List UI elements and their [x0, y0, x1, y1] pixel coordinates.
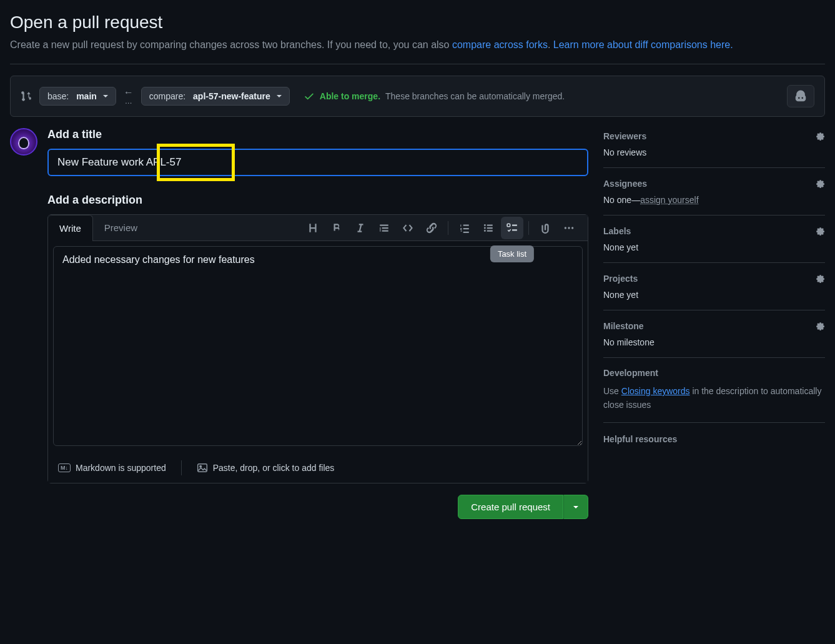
svg-point-4: [565, 227, 566, 229]
compare-direction-icon: ← …: [124, 87, 134, 105]
assign-yourself-link[interactable]: assign yourself: [640, 195, 698, 205]
gear-icon[interactable]: [814, 131, 825, 141]
svg-point-6: [571, 227, 573, 229]
gear-icon[interactable]: [814, 273, 825, 284]
avatar[interactable]: [10, 128, 37, 156]
learn-more-link[interactable]: Learn more about diff comparisons here.: [553, 39, 733, 50]
svg-point-1: [484, 227, 486, 229]
svg-rect-3: [507, 224, 510, 227]
milestone-title: Milestone: [603, 321, 644, 331]
helpful-resources-title: Helpful resources: [603, 423, 825, 444]
ordered-list-icon[interactable]: [453, 217, 476, 239]
code-icon[interactable]: [397, 217, 419, 239]
compare-bar: base: main ← … compare: apl-57-new-featu…: [10, 76, 825, 117]
page-subtitle: Create a new pull request by comparing c…: [10, 37, 825, 52]
bold-icon[interactable]: [325, 217, 348, 239]
check-icon: [304, 91, 315, 102]
assignees-value: No one—assign yourself: [603, 195, 825, 205]
assignees-section: Assignees No one—assign yourself: [603, 168, 825, 215]
milestone-section: Milestone No milestone: [603, 310, 825, 358]
base-branch-button[interactable]: base: main: [39, 87, 116, 106]
title-label: Add a title: [47, 128, 588, 141]
compare-branch-button[interactable]: compare: apl-57-new-feature: [141, 87, 290, 106]
copilot-button[interactable]: [787, 85, 814, 107]
svg-point-8: [200, 465, 202, 467]
markdown-hint[interactable]: M↓ Markdown is supported: [58, 463, 166, 473]
create-pr-button[interactable]: Create pull request: [458, 495, 563, 519]
pr-title-input[interactable]: [47, 149, 588, 176]
svg-rect-7: [197, 464, 207, 472]
description-label: Add a description: [47, 194, 588, 207]
create-pr-dropdown[interactable]: [563, 495, 588, 519]
gear-icon[interactable]: [814, 225, 825, 236]
sidebar: Reviewers No reviews Assignees No one—as…: [603, 128, 825, 519]
attach-icon[interactable]: [534, 217, 556, 239]
reviewers-value: No reviews: [603, 147, 825, 157]
footer-separator: [181, 460, 182, 475]
header-divider: [10, 64, 825, 64]
task-list-icon[interactable]: Task list: [501, 217, 523, 239]
compare-forks-link[interactable]: compare across forks: [452, 39, 548, 50]
more-icon[interactable]: [558, 217, 580, 239]
reviewers-section: Reviewers No reviews: [603, 128, 825, 168]
merge-desc: These branches can be automatically merg…: [385, 91, 565, 101]
link-icon[interactable]: [420, 217, 443, 239]
page-title: Open a pull request: [10, 12, 825, 32]
caret-down-icon: [573, 504, 579, 510]
gear-icon[interactable]: [814, 320, 825, 331]
markdown-icon: M↓: [58, 463, 71, 472]
svg-point-5: [568, 227, 570, 229]
editor-tabs: Write Preview Task l: [48, 215, 588, 241]
labels-section: Labels None yet: [603, 215, 825, 263]
attach-hint[interactable]: Paste, drop, or click to add files: [197, 462, 335, 473]
toolbar-separator: [528, 221, 529, 235]
italic-icon[interactable]: [349, 217, 372, 239]
svg-point-2: [484, 230, 486, 232]
development-text: Use Closing keywords in the description …: [603, 384, 825, 412]
labels-value: None yet: [603, 242, 825, 252]
quote-icon[interactable]: [373, 217, 395, 239]
tab-preview[interactable]: Preview: [93, 215, 149, 240]
projects-section: Projects None yet: [603, 263, 825, 310]
pr-description-textarea[interactable]: [53, 246, 583, 446]
git-compare-icon: [21, 91, 32, 102]
editor-toolbar: Task list: [302, 217, 588, 239]
image-icon: [197, 462, 208, 473]
reviewers-title: Reviewers: [603, 131, 646, 141]
development-section: Development Use Closing keywords in the …: [603, 358, 825, 423]
closing-keywords-link[interactable]: Closing keywords: [621, 386, 690, 396]
labels-title: Labels: [603, 226, 631, 236]
gear-icon[interactable]: [814, 178, 825, 189]
task-list-tooltip: Task list: [490, 245, 534, 262]
merge-status: Able to merge. These branches can be aut…: [304, 91, 565, 102]
page-header: Open a pull request Create a new pull re…: [10, 12, 825, 52]
projects-value: None yet: [603, 290, 825, 300]
tab-write[interactable]: Write: [48, 215, 93, 241]
development-title: Development: [603, 368, 658, 378]
merge-able-label: Able to merge.: [320, 91, 380, 101]
heading-icon[interactable]: [302, 217, 324, 239]
unordered-list-icon[interactable]: [477, 217, 500, 239]
toolbar-separator: [448, 221, 448, 235]
svg-point-0: [484, 224, 486, 226]
assignees-title: Assignees: [603, 179, 647, 189]
milestone-value: No milestone: [603, 337, 825, 347]
projects-title: Projects: [603, 274, 638, 284]
description-editor: Write Preview Task l: [47, 214, 588, 483]
